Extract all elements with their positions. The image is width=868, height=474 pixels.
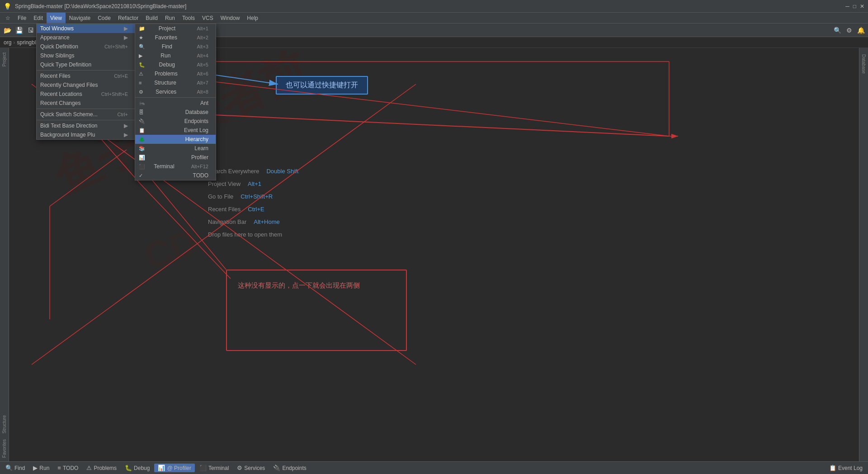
red-annotation-box: 这种没有显示的，点一下就会出现在两侧 [226, 270, 407, 351]
breadcrumb-sep-1: › [13, 39, 15, 46]
sidebar-tab-project[interactable]: Project [1, 50, 8, 69]
quickswitch-shortcut: Ctrl+ [117, 112, 128, 117]
status-terminal[interactable]: ⬛ Terminal [196, 464, 232, 472]
view-item-toolwindows[interactable]: Tool Windows ▶ [37, 24, 135, 33]
status-todo[interactable]: ≡ TODO [54, 464, 82, 472]
tw-problems[interactable]: ⚠ Problems Alt+6 [135, 69, 216, 78]
toolbar-open[interactable]: 📂 [2, 25, 13, 36]
status-right: 📋 Event Log [826, 464, 866, 472]
tw-structure[interactable]: ≡ Structure Alt+7 [135, 78, 216, 87]
menu-help[interactable]: Help [243, 13, 262, 24]
tw-database[interactable]: 🗄 Database [135, 108, 216, 117]
toolbar-save-all[interactable]: 🖫 [25, 25, 36, 36]
menu-vcs[interactable]: VCS [198, 13, 217, 24]
status-run[interactable]: ▶ Run [29, 464, 53, 472]
toolbar-settings2[interactable]: ⚙ [844, 25, 854, 36]
menu-run[interactable]: Run [161, 13, 179, 24]
menu-refactor[interactable]: Refactor [114, 13, 142, 24]
tw-terminal[interactable]: ⬛ Terminal Alt+F12 [135, 162, 216, 171]
tw-todo[interactable]: ✓ TODO [135, 171, 216, 180]
tw-debug[interactable]: 🐛 Debug Alt+5 [135, 60, 216, 69]
view-item-background[interactable]: Background Image Plu ▶ [37, 130, 135, 139]
tw-terminal-icon: ⬛ [139, 164, 145, 170]
recentfiles-key: Ctrl+E [248, 204, 264, 215]
tw-services-icon: ⚙ [139, 89, 143, 95]
menu-edit[interactable]: Edit [30, 13, 47, 24]
view-item-showsiblings[interactable]: Show Siblings [37, 51, 135, 60]
menu-tools[interactable]: Tools [179, 13, 198, 24]
tw-profiler[interactable]: 📊 Profiler [135, 153, 216, 162]
debug-icon: 🐛 [125, 465, 132, 471]
menu-code[interactable]: Code [94, 13, 114, 24]
menubar: ☆ File Edit View Navigate Code Refactor … [0, 13, 868, 24]
status-find[interactable]: 🔍 Find [2, 464, 28, 472]
tw-run-shortcut: Alt+4 [197, 53, 208, 58]
recentfiles-label: Recent Files [208, 204, 241, 215]
tw-run-icon: ▶ [139, 53, 142, 59]
view-item-appearance[interactable]: Appearance ▶ [37, 33, 135, 42]
tw-services[interactable]: ⚙ Services Alt+8 [135, 87, 216, 96]
view-item-recentchanges[interactable]: Recent Changes [37, 99, 135, 108]
status-endpoints[interactable]: 🔌 Endpoints [269, 464, 310, 472]
view-item-quickswitch[interactable]: Quick Switch Scheme... Ctrl+ [37, 110, 135, 119]
tw-find-icon: 🔍 [139, 44, 145, 50]
tw-endpoints[interactable]: 🔌 Endpoints [135, 117, 216, 126]
sidebar-tab-database[interactable]: Database [860, 52, 867, 76]
toolwindows-arrow: ▶ [124, 25, 128, 32]
view-sep-2 [37, 109, 135, 109]
menu-file[interactable]: File [14, 13, 30, 24]
status-debug[interactable]: 🐛 Debug [121, 464, 153, 472]
menu-star[interactable]: ☆ [2, 13, 14, 24]
tw-project[interactable]: 📁 Project Alt+1 [135, 24, 216, 33]
view-dropdown: Tool Windows ▶ Appearance ▶ Quick Defini… [36, 24, 136, 140]
watermark2: CD [139, 221, 203, 278]
status-problems[interactable]: ⚠ Problems [83, 464, 120, 472]
search-key: Double Shift [266, 166, 298, 177]
tw-endpoints-icon: 🔌 [139, 118, 145, 124]
close-button[interactable]: ✕ [860, 3, 864, 9]
minimize-button[interactable]: ─ [845, 3, 849, 9]
tw-find[interactable]: 🔍 Find Alt+3 [135, 42, 216, 51]
gotofile-key: Ctrl+Shift+R [241, 191, 273, 203]
navbar-label: Navigation Bar [208, 216, 246, 228]
view-item-quickdefinition[interactable]: Quick Definition Ctrl+Shift+ [37, 42, 135, 51]
toolbar-save[interactable]: 💾 [14, 25, 24, 36]
toolbar-search[interactable]: 🔍 [832, 25, 843, 36]
recentloc-shortcut: Ctrl+Shift+E [101, 91, 128, 97]
statusbar: 🔍 Find ▶ Run ≡ TODO ⚠ Problems 🐛 Debug 📊… [0, 461, 868, 474]
view-item-quicktypedef[interactable]: Quick Type Definition [37, 60, 135, 69]
view-item-recentfiles[interactable]: Recent Files Ctrl+E [37, 71, 135, 81]
sidebar-tab-structure[interactable]: Structure [1, 413, 8, 436]
toolbar-notifications[interactable]: 🔔 [855, 25, 866, 36]
menu-view[interactable]: View [47, 13, 66, 24]
bg-arrow: ▶ [124, 132, 128, 138]
menu-window[interactable]: Window [217, 13, 244, 24]
tw-ant-icon: 🐜 [139, 100, 145, 106]
toolwindows-submenu: 📁 Project Alt+1 ★ Favorites Alt+2 🔍 Find… [135, 24, 216, 180]
view-item-bidi[interactable]: Bidi Text Base Direction ▶ [37, 121, 135, 130]
info-row-search: Search Everywhere Double Shift [208, 166, 298, 177]
tw-structure-shortcut: Alt+7 [197, 80, 208, 85]
view-item-recentlocations[interactable]: Recent Locations Ctrl+Shift+E [37, 90, 135, 99]
tw-structure-icon: ≡ [139, 80, 142, 85]
status-services[interactable]: ⚙ Services [233, 464, 269, 472]
status-todo-label: TODO [63, 465, 78, 471]
tw-hierarchy[interactable]: 🌲 Hierarchy [135, 135, 216, 144]
sidebar-tab-favorites[interactable]: Favorites [1, 437, 8, 460]
find-icon: 🔍 [5, 465, 13, 471]
maximize-button[interactable]: □ [853, 3, 856, 9]
tw-eventlog[interactable]: 📋 Event Log [135, 126, 216, 135]
view-item-recentchangedfiles[interactable]: Recently Changed Files [37, 81, 135, 90]
status-profiler-label: @ Profiler [167, 465, 191, 471]
menu-build[interactable]: Build [142, 13, 161, 24]
tw-ant[interactable]: 🐜 Ant [135, 99, 216, 108]
menu-navigate[interactable]: Navigate [66, 13, 94, 24]
tw-favorites[interactable]: ★ Favorites Alt+2 [135, 33, 216, 42]
info-row-navbar: Navigation Bar Alt+Home [208, 216, 298, 228]
tw-learn[interactable]: 📚 Learn [135, 144, 216, 153]
breadcrumb-org[interactable]: org [4, 39, 11, 46]
tw-run[interactable]: ▶ Run Alt+4 [135, 51, 216, 60]
status-profiler[interactable]: 📊 @ Profiler [154, 464, 195, 472]
status-eventlog[interactable]: 📋 Event Log [826, 464, 866, 472]
svg-line-7 [50, 150, 127, 206]
